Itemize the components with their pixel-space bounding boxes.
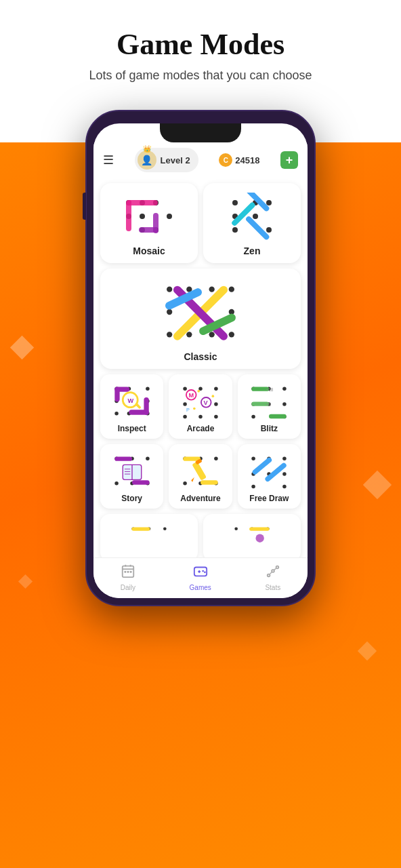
svg-point-18 (266, 227, 272, 233)
svg-point-107 (282, 456, 287, 460)
svg-point-52 (183, 387, 187, 391)
svg-point-110 (282, 472, 287, 476)
svg-point-22 (167, 287, 172, 292)
phone-notch (160, 123, 241, 142)
svg-point-64 (197, 390, 200, 393)
svg-point-30 (186, 332, 192, 337)
svg-rect-101 (200, 480, 218, 484)
mode-card-freedraw[interactable]: Free Draw (238, 444, 301, 509)
svg-point-7 (167, 214, 172, 219)
svg-point-135 (204, 571, 206, 573)
svg-text:M: M (189, 392, 194, 399)
svg-line-139 (270, 572, 272, 574)
svg-point-39 (146, 387, 150, 391)
page-subtitle: Lots of game modes that you can choose (14, 68, 387, 83)
mode-card-story[interactable]: Story (100, 444, 163, 509)
mode-card-inspect[interactable]: W Inspect (100, 374, 163, 439)
story-label: Story (121, 494, 142, 503)
level-text: Level 2 (161, 155, 190, 165)
svg-point-59 (214, 415, 218, 419)
story-icon-area (108, 452, 156, 490)
svg-point-31 (209, 332, 215, 337)
mode-card-arcade[interactable]: M V P (169, 374, 232, 439)
add-coins-button[interactable]: + (280, 151, 298, 169)
classic-row: Classic (100, 269, 301, 369)
page-title: Game Modes (14, 27, 387, 62)
svg-rect-87 (114, 456, 132, 460)
svg-point-54 (214, 387, 218, 391)
svg-point-73 (282, 402, 287, 406)
nav-item-stats[interactable]: Stats (265, 564, 280, 591)
svg-point-32 (229, 332, 234, 337)
svg-point-83 (146, 456, 150, 460)
blitz-label: Blitz (261, 424, 278, 433)
svg-point-138 (276, 566, 278, 569)
crown-icon: 👑 (143, 145, 151, 153)
stats-icon (266, 564, 280, 583)
svg-point-119 (234, 527, 238, 530)
svg-marker-103 (191, 477, 194, 482)
svg-point-96 (214, 456, 218, 460)
svg-point-134 (202, 570, 204, 572)
svg-rect-122 (249, 527, 270, 530)
svg-rect-102 (192, 461, 207, 480)
svg-text:+18: +18 (266, 387, 274, 392)
mode-card-blitz[interactable]: +18 +1 Blitz (238, 374, 301, 439)
svg-rect-48 (144, 397, 148, 415)
mode-card-mosaic[interactable]: Mosaic (100, 183, 198, 263)
mid-modes-row: W Inspect (100, 374, 301, 439)
svg-point-84 (114, 481, 119, 486)
mosaic-label: Mosaic (133, 245, 165, 256)
svg-point-136 (268, 574, 270, 577)
mode-card-adventure[interactable]: Adventure (169, 444, 232, 509)
header-section: Game Modes Lots of game modes that you c… (0, 0, 401, 96)
mode-card-partial-2[interactable] (203, 514, 301, 557)
svg-point-58 (198, 415, 203, 419)
phone-frame: ☰ 👑 👤 Level 2 C 24518 + (85, 110, 316, 606)
stats-label: Stats (265, 584, 280, 591)
nav-item-games[interactable]: Games (190, 564, 211, 591)
svg-point-14 (266, 200, 272, 205)
blitz-icon-area: +18 +1 (245, 382, 293, 420)
svg-point-105 (252, 456, 256, 460)
svg-point-117 (163, 527, 167, 530)
svg-point-70 (282, 387, 287, 391)
svg-rect-129 (127, 571, 129, 573)
mode-card-zen[interactable]: Zen (203, 183, 301, 263)
svg-rect-9 (126, 200, 131, 231)
mode-card-classic[interactable]: Classic (100, 269, 301, 369)
hamburger-icon[interactable]: ☰ (103, 153, 114, 167)
classic-label: Classic (184, 351, 217, 362)
partial-row (100, 514, 301, 557)
svg-point-4 (140, 214, 145, 219)
svg-rect-114 (264, 462, 287, 482)
svg-rect-11 (139, 227, 158, 233)
freedraw-label: Free Draw (249, 494, 289, 503)
svg-text:+1: +1 (266, 402, 272, 407)
svg-line-140 (274, 568, 276, 570)
nav-item-daily[interactable]: Daily (121, 564, 135, 591)
svg-rect-50 (135, 403, 141, 409)
games-icon (193, 564, 208, 583)
avatar: 👑 👤 (138, 151, 156, 170)
adventure-icon-area (177, 452, 224, 490)
svg-point-55 (183, 402, 187, 406)
scroll-content: Mosaic (93, 178, 308, 557)
top-modes-row: Mosaic (100, 183, 301, 263)
level-badge: 👑 👤 Level 2 (135, 148, 198, 172)
svg-point-74 (252, 415, 256, 419)
svg-point-12 (232, 200, 238, 205)
svg-rect-128 (124, 571, 126, 573)
zen-label: Zen (244, 245, 261, 256)
mosaic-icon-area (119, 193, 180, 240)
inspect-icon-area: W (108, 382, 156, 420)
svg-point-26 (167, 309, 172, 315)
phone-screen: ☰ 👑 👤 Level 2 C 24518 + (93, 123, 308, 598)
svg-rect-46 (114, 387, 119, 401)
arcade-label: Arcade (187, 424, 215, 433)
inspect-label: Inspect (118, 424, 146, 433)
daily-icon (121, 564, 135, 583)
mode-card-partial-1[interactable] (100, 514, 198, 557)
svg-point-29 (167, 332, 172, 337)
svg-rect-130 (130, 571, 132, 573)
